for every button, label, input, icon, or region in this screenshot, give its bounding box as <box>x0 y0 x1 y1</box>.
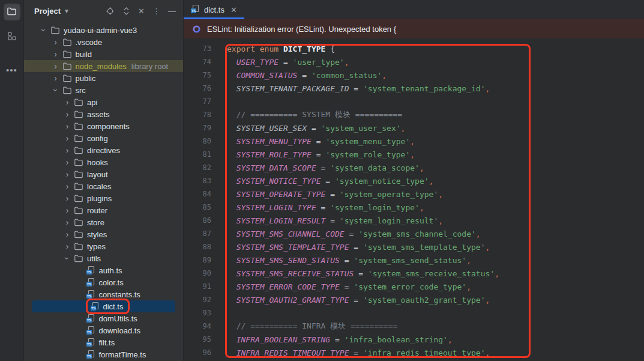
tree-item-build[interactable]: ›build <box>24 48 183 60</box>
code-text[interactable]: SYSTEM_SMS_CHANNEL_CODE = 'system_sms_ch… <box>227 229 481 238</box>
chevron-icon[interactable]: › <box>63 158 71 166</box>
tree-item-layout[interactable]: ›layout <box>24 168 183 180</box>
code-text[interactable]: SYSTEM_TENANT_PACKAGE_ID = 'system_tenan… <box>227 84 490 93</box>
tree-item-color-ts[interactable]: TScolor.ts <box>24 276 183 288</box>
code-text[interactable]: SYSTEM_SMS_TEMPLATE_TYPE = 'system_sms_t… <box>227 243 490 252</box>
line-number[interactable]: 90 <box>184 269 211 278</box>
code-text[interactable]: SYSTEM_ERROR_CODE_TYPE = 'system_error_c… <box>227 282 471 291</box>
code-text[interactable]: SYSTEM_LOGIN_RESULT = 'system_login_resu… <box>227 216 443 225</box>
chevron-icon[interactable]: › <box>63 254 71 262</box>
line-number[interactable]: 83 <box>184 177 211 185</box>
tree-item-yudao-ui-admin-vue3[interactable]: ›yudao-ui-admin-vue3 <box>24 24 183 36</box>
tree-item-directives[interactable]: ›directives <box>24 144 183 156</box>
locate-icon[interactable] <box>106 7 115 16</box>
line-number[interactable]: 73 <box>184 44 211 53</box>
code-text[interactable]: SYSTEM_DATA_SCOPE = 'system_data_scope', <box>227 163 424 172</box>
code-text[interactable]: SYSTEM_OPERATE_TYPE = 'system_operate_ty… <box>227 190 443 199</box>
line-number[interactable]: 84 <box>184 190 211 198</box>
code-text[interactable]: SYSTEM_MENU_TYPE = 'system_menu_type', <box>227 137 415 146</box>
line-number[interactable]: 95 <box>184 335 211 344</box>
tree-item-plugins[interactable]: ›plugins <box>24 192 183 204</box>
line-number[interactable]: 87 <box>184 229 211 238</box>
code-text[interactable]: USER_TYPE = 'user_type', <box>227 58 349 67</box>
line-number[interactable]: 76 <box>184 84 211 93</box>
code-text[interactable]: SYSTEM_SMS_RECEIVE_STATUS = 'system_sms_… <box>227 269 499 278</box>
line-number[interactable]: 74 <box>184 58 211 66</box>
tree-item-dict-ts[interactable]: TSdict.ts <box>32 300 175 312</box>
code-text[interactable]: INFRA_REDIS_TIMEOUT_TYPE = 'infra_redis_… <box>227 348 490 357</box>
tree-item-node-modules[interactable]: ›node_moduleslibrary root <box>24 60 183 72</box>
line-number[interactable]: 88 <box>184 243 211 251</box>
chevron-icon[interactable]: › <box>63 146 71 154</box>
code-text[interactable]: SYSTEM_USER_SEX = 'system_user_sex', <box>227 124 405 133</box>
chevron-icon[interactable]: › <box>52 38 60 46</box>
line-number[interactable]: 94 <box>184 322 211 330</box>
line-number[interactable]: 81 <box>184 150 211 159</box>
chevron-icon[interactable]: › <box>63 218 71 226</box>
tree-item-domutils-ts[interactable]: TSdomUtils.ts <box>24 312 183 324</box>
tree-item-types[interactable]: ›types <box>24 240 183 252</box>
chevron-icon[interactable]: › <box>63 110 71 118</box>
line-number[interactable]: 77 <box>184 97 211 106</box>
hide-panel-icon[interactable]: — <box>168 7 176 15</box>
code-text[interactable]: // ========== SYSTEM 模块 ========== <box>227 109 402 120</box>
more-tool-windows-button[interactable]: ••• <box>6 65 17 75</box>
eslint-error-banner[interactable]: ESLint: Initialization error (ESLint). U… <box>184 19 644 38</box>
chevron-icon[interactable]: › <box>52 86 60 94</box>
chevron-icon[interactable]: › <box>52 50 60 58</box>
tab-close-icon[interactable]: ✕ <box>230 5 237 14</box>
close-icon[interactable]: ✕ <box>138 7 145 15</box>
tree-item-hooks[interactable]: ›hooks <box>24 156 183 168</box>
chevron-icon[interactable]: › <box>63 182 71 190</box>
chevron-icon[interactable]: › <box>63 134 71 142</box>
chevron-icon[interactable]: › <box>63 242 71 250</box>
line-number[interactable]: 92 <box>184 296 211 304</box>
code-editor[interactable]: 73export enum DICT_TYPE {74 USER_TYPE = … <box>184 38 644 361</box>
expand-collapse-icon[interactable] <box>122 7 130 16</box>
tree-item-formattime-ts[interactable]: TSformatTime.ts <box>24 348 183 360</box>
line-number[interactable]: 96 <box>184 348 211 357</box>
tree-item-filt-ts[interactable]: TSfilt.ts <box>24 336 183 348</box>
line-number[interactable]: 82 <box>184 163 211 172</box>
code-text[interactable]: SYSTEM_OAUTH2_GRANT_TYPE = 'system_oauth… <box>227 296 490 305</box>
line-number[interactable]: 86 <box>184 216 211 225</box>
code-text[interactable]: SYSTEM_LOGIN_TYPE = 'system_login_type', <box>227 203 424 212</box>
tree-item-api[interactable]: ›api <box>24 96 183 108</box>
project-tool-button[interactable] <box>4 4 20 20</box>
line-number[interactable]: 75 <box>184 71 211 79</box>
line-number[interactable]: 85 <box>184 203 211 211</box>
tree-item--vscode[interactable]: ›.vscode <box>24 36 183 48</box>
tree-item-styles[interactable]: ›styles <box>24 228 183 240</box>
line-number[interactable]: 91 <box>184 282 211 291</box>
chevron-icon[interactable]: › <box>63 98 71 106</box>
chevron-icon[interactable]: › <box>52 74 60 82</box>
line-number[interactable]: 89 <box>184 256 211 264</box>
tree-item-router[interactable]: ›router <box>24 204 183 216</box>
tree-item-utils[interactable]: ›utils <box>24 252 183 264</box>
chevron-icon[interactable]: › <box>63 122 71 130</box>
tree-item-locales[interactable]: ›locales <box>24 180 183 192</box>
code-text[interactable]: COMMON_STATUS = 'common_status', <box>227 71 387 80</box>
more-options-icon[interactable]: ⋮ <box>152 7 160 15</box>
tree-item-assets[interactable]: ›assets <box>24 108 183 120</box>
tree-item-src[interactable]: ›src <box>24 84 183 96</box>
line-number[interactable]: 93 <box>184 309 211 317</box>
code-text[interactable]: export enum DICT_TYPE { <box>227 44 335 53</box>
tab-dict-ts[interactable]: TS dict.ts ✕ <box>184 0 244 19</box>
line-number[interactable]: 80 <box>184 137 211 145</box>
chevron-icon[interactable]: › <box>40 26 48 34</box>
line-number[interactable]: 79 <box>184 124 211 132</box>
chevron-icon[interactable]: › <box>52 62 60 70</box>
tree-item-download-ts[interactable]: TSdownload.ts <box>24 324 183 336</box>
code-text[interactable]: INFRA_BOOLEAN_STRING = 'infra_boolean_st… <box>227 335 453 344</box>
tree-item-auth-ts[interactable]: TSauth.ts <box>24 264 183 276</box>
chevron-icon[interactable]: › <box>63 206 71 214</box>
tree-item-public[interactable]: ›public <box>24 72 183 84</box>
tree-item-components[interactable]: ›components <box>24 120 183 132</box>
chevron-icon[interactable]: › <box>63 170 71 178</box>
chevron-icon[interactable]: › <box>63 194 71 202</box>
panel-title[interactable]: Project <box>34 7 61 16</box>
code-text[interactable]: SYSTEM_NOTICE_TYPE = 'system_notice_type… <box>227 177 433 186</box>
line-number[interactable]: 78 <box>184 111 211 119</box>
code-text[interactable]: // ========== INFRA 模块 ========== <box>227 321 397 332</box>
